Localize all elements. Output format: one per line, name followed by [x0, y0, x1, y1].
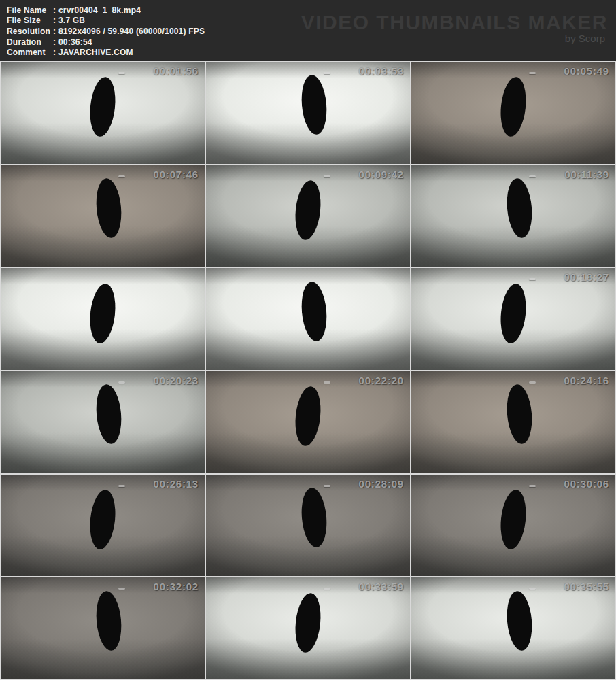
metadata-row-filename: File Name : crvr00404_1_8k.mp4 — [7, 5, 205, 16]
vr-lens-gap-shape — [299, 74, 329, 136]
field-value: 3.7 GB — [58, 16, 85, 25]
vr-lens-gap-shape — [504, 384, 534, 445]
thumbnail-tile: 00:09:42 — [206, 165, 410, 267]
timestamp-overlay: 00:05:49 — [564, 65, 609, 77]
field-separator: : — [50, 5, 58, 15]
thumbnail-grid: 00:01:56 00:03:53 00:05:49 00:07:46 00:0… — [0, 61, 616, 680]
watermark-dash-icon — [118, 175, 125, 177]
thumbnail-tile: 00:05:49 — [411, 62, 615, 164]
watermark-dash-icon — [529, 175, 536, 177]
app-watermark: VIDEO THUMBNAILS MAKER by Scorp — [301, 11, 608, 44]
thumbnail-tile: 00:24:16 — [411, 371, 615, 473]
vr-lens-gap-shape — [498, 282, 528, 344]
metadata-row-resolution: Resolution : 8192x4096 / 59.940 (60000/1… — [7, 26, 205, 37]
watermark-dash-icon — [529, 485, 536, 487]
vr-lens-gap-shape — [504, 590, 534, 651]
metadata-row-filesize: File Size : 3.7 GB — [7, 16, 205, 27]
field-value: JAVARCHIVE.COM — [58, 48, 133, 57]
watermark-dash-icon — [324, 72, 330, 74]
file-metadata: File Name : crvr00404_1_8k.mp4 File Size… — [7, 5, 205, 58]
vr-lens-gap-shape — [504, 177, 534, 239]
vr-lens-gap-shape — [292, 386, 323, 447]
thumbnail-tile: 00:07:46 — [1, 165, 205, 267]
thumbnail-tile: 00:11:39 — [411, 165, 615, 267]
thumbnail-tile: 00:01:56 — [1, 62, 205, 164]
field-label: Duration — [7, 37, 50, 47]
field-separator: : — [50, 37, 58, 47]
watermark-dash-icon — [529, 588, 536, 590]
watermark-dash-icon — [529, 381, 536, 384]
field-label: Resolution — [7, 27, 50, 36]
thumbnail-tile: 00:30:06 — [411, 475, 615, 577]
timestamp-overlay: 00:32:02 — [154, 581, 199, 592]
thumbnail-tile: 00:35:55 — [411, 577, 615, 679]
metadata-header: File Name : crvr00404_1_8k.mp4 File Size… — [0, 0, 616, 61]
field-label: File Name — [7, 5, 50, 15]
vr-lens-gap-shape — [94, 590, 124, 651]
vr-lens-gap-shape — [94, 384, 124, 445]
watermark-dash-icon — [118, 588, 125, 590]
timestamp-overlay: 00:24:16 — [564, 375, 609, 386]
timestamp-overlay: 00:03:53 — [359, 65, 404, 77]
timestamp-overlay: 00:35:55 — [564, 581, 609, 592]
vr-lens-gap-shape — [94, 177, 124, 239]
field-separator: : — [50, 48, 58, 57]
vr-lens-gap-shape — [299, 487, 329, 549]
metadata-row-duration: Duration : 00:36:54 — [7, 37, 205, 48]
timestamp-overlay: 00:18:27 — [564, 271, 609, 283]
watermark-dash-icon — [118, 72, 125, 74]
vr-lens-gap-shape — [498, 488, 528, 550]
watermark-dash-icon — [529, 278, 536, 280]
timestamp-overlay: 00:26:13 — [154, 478, 199, 490]
field-label: File Size — [7, 16, 50, 25]
vr-lens-gap-shape — [87, 488, 118, 550]
watermark-dash-icon — [324, 588, 330, 590]
field-value: 00:36:54 — [58, 37, 92, 47]
watermark-dash-icon — [324, 381, 330, 384]
watermark-subtitle: by Scorp — [301, 33, 608, 44]
timestamp-overlay: 00:30:06 — [564, 478, 609, 490]
timestamp-overlay: 00:20:23 — [154, 375, 199, 386]
timestamp-overlay: 00:33:59 — [359, 581, 404, 592]
thumbnail-tile: 00:33:59 — [206, 577, 410, 679]
thumbnail-tile: 00:26:13 — [1, 475, 205, 577]
field-value: crvr00404_1_8k.mp4 — [58, 5, 141, 15]
field-value: 8192x4096 / 59.940 (60000/1001) FPS — [58, 27, 205, 36]
vr-lens-gap-shape — [292, 179, 323, 241]
field-separator: : — [50, 27, 58, 36]
thumbnail-tile: 00:22:20 — [206, 371, 410, 473]
watermark-dash-icon — [118, 485, 125, 487]
thumbnail-tile: 00:20:23 — [1, 371, 205, 473]
timestamp-overlay: 00:28:09 — [359, 478, 404, 490]
vr-lens-gap-shape — [87, 76, 118, 138]
thumbnail-tile: 00:32:02 — [1, 577, 205, 679]
field-label: Comment — [7, 48, 50, 57]
vr-lens-gap-shape — [299, 280, 329, 342]
thumbnail-tile — [206, 268, 410, 370]
timestamp-overlay: 00:09:42 — [359, 169, 404, 180]
vr-lens-gap-shape — [292, 592, 323, 653]
metadata-row-comment: Comment : JAVARCHIVE.COM — [7, 47, 205, 58]
watermark-dash-icon — [324, 485, 330, 487]
watermark-dash-icon — [324, 175, 330, 177]
thumbnail-tile: 00:28:09 — [206, 475, 410, 577]
vr-lens-gap-shape — [498, 76, 528, 138]
thumbnail-tile: 00:03:53 — [206, 62, 410, 164]
field-separator: : — [50, 16, 58, 25]
timestamp-overlay: 00:07:46 — [154, 169, 199, 180]
timestamp-overlay: 00:01:56 — [154, 65, 199, 77]
thumbnail-tile — [1, 268, 205, 370]
watermark-dash-icon — [118, 381, 125, 384]
watermark-dash-icon — [529, 72, 536, 74]
timestamp-overlay: 00:11:39 — [564, 169, 609, 180]
timestamp-overlay: 00:22:20 — [359, 375, 404, 386]
vr-lens-gap-shape — [87, 282, 118, 344]
watermark-title: VIDEO THUMBNAILS MAKER — [301, 11, 608, 34]
thumbnail-tile: 00:18:27 — [411, 268, 615, 370]
